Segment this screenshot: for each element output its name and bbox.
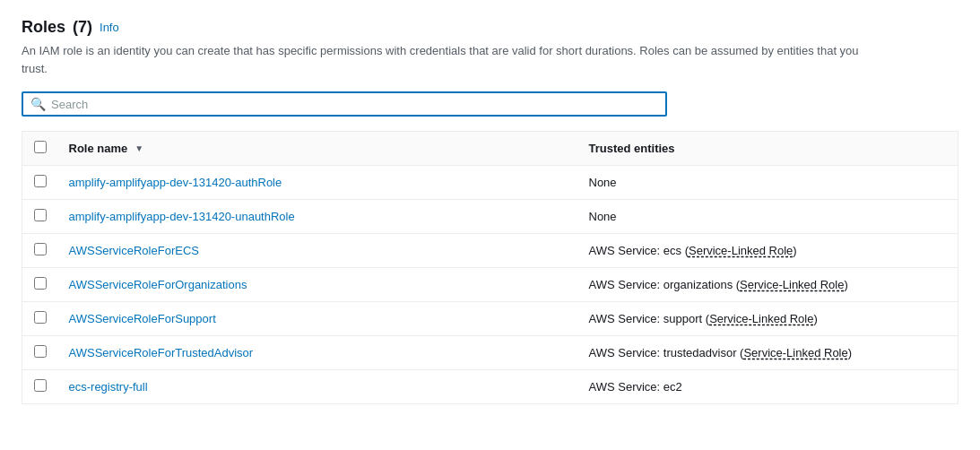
search-icon: 🔍 — [30, 97, 46, 111]
role-name-cell: amplify-amplifyapp-dev-131420-unauthRole — [58, 200, 578, 234]
select-all-header — [22, 132, 58, 166]
row-checkbox-cell — [22, 370, 58, 404]
search-box: 🔍 — [22, 91, 667, 117]
table-row: ecs-registry-fullAWS Service: ec2 — [22, 370, 958, 404]
service-linked-role-link[interactable]: Service-Linked Role — [689, 244, 793, 257]
service-linked-role-link[interactable]: Service-Linked Role — [740, 278, 844, 291]
row-checkbox[interactable] — [34, 209, 47, 221]
role-name-link[interactable]: AWSServiceRoleForTrustedAdvisor — [69, 346, 254, 359]
role-name-cell: AWSServiceRoleForOrganizations — [58, 268, 578, 302]
row-checkbox-cell — [22, 336, 58, 370]
role-name-cell: AWSServiceRoleForSupport — [58, 302, 578, 336]
row-checkbox-cell — [22, 166, 58, 200]
table-row: AWSServiceRoleForOrganizationsAWS Servic… — [22, 268, 958, 302]
row-checkbox[interactable] — [34, 175, 47, 187]
role-name-cell: AWSServiceRoleForECS — [58, 234, 578, 268]
info-link[interactable]: Info — [100, 21, 119, 34]
search-container: 🔍 — [22, 91, 958, 117]
row-checkbox[interactable] — [34, 379, 47, 392]
role-count: (7) — [73, 18, 92, 37]
service-linked-role-link[interactable]: Service-Linked Role — [743, 346, 847, 359]
table-header-row: Role name ▼ Trusted entities — [22, 132, 958, 166]
row-checkbox[interactable] — [34, 345, 47, 358]
trusted-entities-cell: AWS Service: support (Service-Linked Rol… — [578, 302, 958, 336]
role-name-header[interactable]: Role name ▼ — [58, 132, 578, 166]
role-name-link[interactable]: amplify-amplifyapp-dev-131420-unauthRole — [69, 210, 295, 223]
select-all-checkbox[interactable] — [34, 141, 47, 153]
table-row: AWSServiceRoleForTrustedAdvisorAWS Servi… — [22, 336, 958, 370]
role-name-cell: amplify-amplifyapp-dev-131420-authRole — [58, 166, 578, 200]
page-description: An IAM role is an identity you can creat… — [22, 42, 882, 77]
role-name-link[interactable]: amplify-amplifyapp-dev-131420-authRole — [69, 176, 282, 189]
page-title: Roles — [22, 18, 65, 37]
service-linked-role-link[interactable]: Service-Linked Role — [709, 312, 813, 325]
role-name-cell: ecs-registry-full — [58, 370, 578, 404]
sort-icon: ▼ — [134, 143, 143, 153]
trusted-entities-cell: AWS Service: organizations (Service-Link… — [578, 268, 958, 302]
role-name-link[interactable]: AWSServiceRoleForOrganizations — [69, 278, 247, 291]
row-checkbox-cell — [22, 268, 58, 302]
role-name-link[interactable]: AWSServiceRoleForSupport — [69, 312, 216, 325]
trusted-entities-cell: AWS Service: trustedadvisor (Service-Lin… — [578, 336, 958, 370]
row-checkbox[interactable] — [34, 243, 47, 255]
trusted-entities-header: Trusted entities — [578, 132, 958, 166]
row-checkbox-cell — [22, 200, 58, 234]
role-name-link[interactable]: AWSServiceRoleForECS — [69, 244, 199, 257]
role-name-link[interactable]: ecs-registry-full — [69, 380, 148, 394]
page-header: Roles (7) Info An IAM role is an identit… — [22, 18, 958, 77]
row-checkbox[interactable] — [34, 311, 47, 324]
table-row: amplify-amplifyapp-dev-131420-unauthRole… — [22, 200, 958, 234]
trusted-entities-cell: None — [578, 166, 958, 200]
role-name-cell: AWSServiceRoleForTrustedAdvisor — [58, 336, 578, 370]
table-row: amplify-amplifyapp-dev-131420-authRoleNo… — [22, 166, 958, 200]
row-checkbox-cell — [22, 234, 58, 268]
trusted-entities-cell: AWS Service: ec2 — [578, 370, 958, 404]
search-input[interactable] — [51, 98, 658, 111]
row-checkbox-cell — [22, 302, 58, 336]
trusted-entities-cell: AWS Service: ecs (Service-Linked Role) — [578, 234, 958, 268]
row-checkbox[interactable] — [34, 277, 47, 290]
trusted-entities-cell: None — [578, 200, 958, 234]
roles-table: Role name ▼ Trusted entities amplify-amp… — [22, 131, 958, 404]
table-row: AWSServiceRoleForECSAWS Service: ecs (Se… — [22, 234, 958, 268]
table-row: AWSServiceRoleForSupportAWS Service: sup… — [22, 302, 958, 336]
